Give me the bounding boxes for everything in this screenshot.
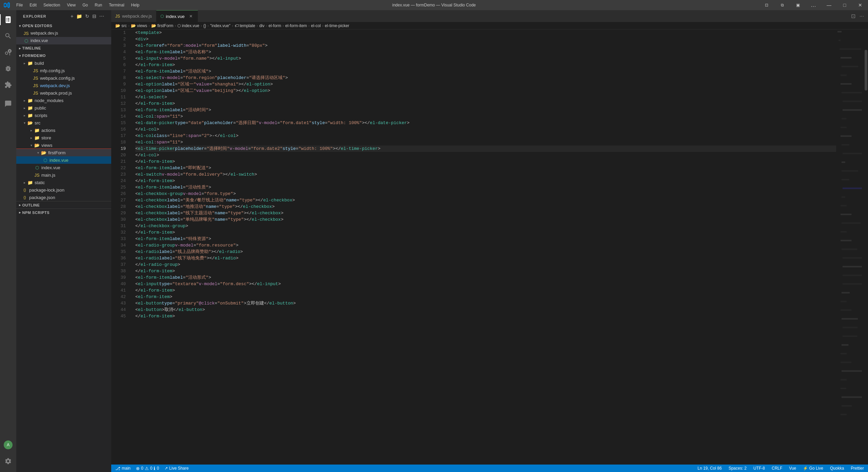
panel-button[interactable]: ▣ [790,0,806,10]
open-editor-index-vue[interactable]: ⬡ index.vue [16,37,111,44]
menu-selection[interactable]: Selection [41,2,63,8]
status-language[interactable]: Vue [788,466,797,471]
open-editor-webpack[interactable]: JS webpack.dev.js [16,29,111,37]
activity-remote-explorer[interactable] [0,96,16,112]
status-position[interactable]: Ln 19, Col 86 [696,466,723,471]
status-eol[interactable]: CRLF [770,466,784,471]
code-line-3: <el-form ref="form" :model="form" label-… [135,42,836,49]
sidebar-item-build[interactable]: ▸ 📁 build [16,59,111,67]
menu-run[interactable]: Run [92,2,105,8]
menu-file[interactable]: File [14,2,25,8]
title-bar: File Edit Selection View Go Run Terminal… [0,0,868,10]
code-editor[interactable]: 1234567891011121314151617181920212223242… [111,29,868,465]
status-prettier[interactable]: Prettier [849,466,865,471]
bc-braces[interactable]: {} [203,23,206,28]
maximize-button[interactable]: □ [837,0,852,10]
menu-help[interactable]: Help [129,2,142,8]
editor-scrollbar[interactable] [863,29,868,465]
status-encoding[interactable]: UTF-8 [752,466,766,471]
minimize-button[interactable]: — [821,0,837,10]
bc-el-form-item[interactable]: el-form-item [285,23,307,28]
sidebar-item-views[interactable]: ▾ 📂 views [16,141,111,149]
sidebar-item-package-lock[interactable]: {} package-lock.json [16,186,111,194]
spaces-label: Spaces: 2 [729,466,747,471]
status-go-live[interactable]: ⚡ Go Live [802,466,825,471]
code-line-26: <el-checkbox-group v-model="form.type"> [135,191,836,197]
errors-label: 0 [141,466,143,471]
status-quokka[interactable]: Quokka [829,466,845,471]
bc-firstform[interactable]: 📂 firstForm [151,23,173,28]
sidebar-item-src[interactable]: ▾ 📂 src [16,119,111,126]
timeline-section[interactable]: ▸ TIMELINE [16,44,111,52]
more-editor-icon[interactable]: ··· [858,13,865,20]
code-content[interactable]: <template> <div> <el-form ref="form" :mo… [130,29,836,465]
bc-src[interactable]: 📂 src [115,23,127,28]
status-bar-right: Ln 19, Col 86 Spaces: 2 UTF-8 CRLF Vue ⚡… [696,466,865,471]
status-errors[interactable]: ⊗ 0 ⚠ 0 ℹ 0 [135,466,160,471]
formdemo-section[interactable]: ▾ FORMDEMO [16,52,111,59]
user-avatar[interactable]: A [4,440,13,449]
menu-go[interactable]: Go [80,2,91,8]
scrollbar-thumb[interactable] [865,50,867,91]
bc-el-col[interactable]: el-col [311,23,321,28]
more-options-icon[interactable]: ··· [99,14,104,19]
src-arrow: ▾ [22,120,27,125]
index-vue-root-icon: ⬡ [34,164,40,171]
status-spaces[interactable]: Spaces: 2 [727,466,748,471]
menu-terminal[interactable]: Terminal [106,2,127,8]
outline-section[interactable]: ▸ OUTLINE [16,201,111,209]
code-line-20: </el-col> [135,152,836,158]
layout-button[interactable]: ⊡ [759,0,774,10]
bc-views[interactable]: 📂 views [131,23,147,28]
activity-extensions[interactable] [0,77,16,93]
activity-search[interactable] [0,28,16,44]
npm-scripts-section[interactable]: ▸ NPM SCRIPTS [16,209,111,216]
sidebar-item-scripts[interactable]: ▸ 📁 scripts [16,112,111,119]
sidebar-item-webpack-dev[interactable]: JS webpack.dev.js [16,82,111,89]
sidebar-item-static[interactable]: ▸ 📁 static [16,179,111,186]
sidebar-item-main-js[interactable]: JS main.js [16,171,111,179]
sidebar: EXPLORER + 📁 ↻ ⊟ ··· ▾ OPEN EDITORS JS w… [16,10,111,472]
bc-div[interactable]: div [259,23,264,28]
open-editors-section[interactable]: ▾ OPEN EDITORS [16,22,111,29]
sidebar-item-node-modules[interactable]: ▸ 📁 node_modules [16,97,111,104]
main-layout: A EXPLORER + 📁 ↻ ⊟ ··· ▾ OPE [0,10,868,472]
tab-index-vue[interactable]: ⬡ index.vue ✕ [156,10,198,22]
static-arrow: ▸ [22,180,27,185]
activity-source-control[interactable] [0,44,16,60]
activity-run-debug[interactable] [0,60,16,77]
menu-edit[interactable]: Edit [27,2,39,8]
sidebar-item-webpack-prod[interactable]: JS webpack.prod.js [16,89,111,97]
bc-index-vue[interactable]: ⬡ index.vue [177,23,199,28]
activity-explorer[interactable] [0,12,16,28]
sidebar-item-actions[interactable]: ▸ 📁 actions [16,126,111,134]
split-editor-icon[interactable]: ⊡ [850,12,857,20]
bc-index-vue-str[interactable]: "index.vue" [210,23,231,28]
sidebar-item-public[interactable]: ▸ 📁 public [16,104,111,112]
new-file-icon[interactable]: + [71,14,74,19]
sidebar-item-firstform[interactable]: ▾ 📂 firstForm [16,149,111,156]
tab-close-icon[interactable]: ✕ [188,14,194,19]
activity-accounts[interactable]: A [0,437,16,453]
activity-settings[interactable] [0,453,16,469]
bc-el-form[interactable]: el-form [269,23,281,28]
new-folder-icon[interactable]: 📁 [76,14,82,19]
index-vue-root-label: index.vue [41,165,60,170]
menu-view[interactable]: View [64,2,78,8]
bc-el-time-picker[interactable]: el-time-picker [325,23,349,28]
collapse-all-icon[interactable]: ⊟ [92,14,97,19]
sidebar-item-index-vue-nested[interactable]: ⬡ index.vue [16,156,111,164]
sidebar-item-store[interactable]: ▸ 📁 store [16,134,111,141]
close-button[interactable]: ✕ [852,0,868,10]
sidebar-item-package-json[interactable]: {} package.json [16,194,111,201]
more-button[interactable]: … [806,0,821,10]
sidebar-item-webpack-config[interactable]: JS webpack.config.js [16,74,111,82]
sidebar-item-index-vue-root[interactable]: ⬡ index.vue [16,164,111,171]
status-git-branch[interactable]: ⎇ main [114,466,132,471]
status-liveshare[interactable]: ↗ Live Share [163,466,190,471]
refresh-icon[interactable]: ↻ [85,14,90,19]
split-button[interactable]: ⧉ [774,0,790,10]
bc-template[interactable]: 🏷 template [235,23,255,28]
tab-webpack-dev[interactable]: JS webpack.dev.js [111,10,156,22]
sidebar-item-mfp[interactable]: JS mfp.config.js [16,67,111,74]
